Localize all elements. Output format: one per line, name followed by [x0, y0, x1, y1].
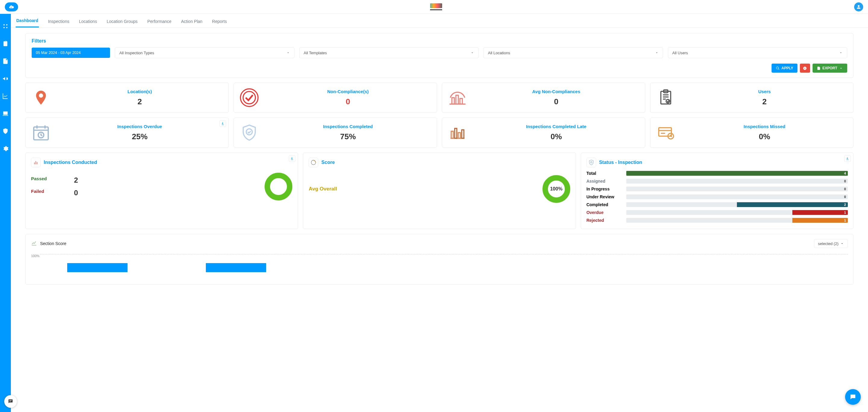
- tab-reports[interactable]: Reports: [212, 15, 227, 27]
- metric-label: Inspections Missed: [681, 124, 848, 129]
- status-row: Rejected1: [587, 218, 848, 223]
- panel-status: Status - Inspection Total4Assigned0In Pr…: [581, 153, 854, 229]
- metric-row-1: Location(s) 2 Non-Compliance(s) 0: [25, 83, 854, 113]
- clipboard-check-icon: [655, 87, 676, 108]
- status-name: Completed: [587, 202, 623, 207]
- chat-launcher[interactable]: [4, 395, 17, 408]
- avg-overall-label: Avg Overall: [309, 186, 337, 192]
- messenger-launcher[interactable]: [845, 389, 861, 405]
- download-button[interactable]: [219, 120, 226, 127]
- tab-locations[interactable]: Locations: [79, 15, 98, 27]
- status-row: Completed2: [587, 202, 848, 207]
- filters-title: Filters: [32, 38, 847, 44]
- status-name: Overdue: [587, 210, 623, 215]
- metric-noncompliance: Non-Compliance(s) 0: [234, 83, 437, 113]
- passed-label: Passed: [31, 176, 47, 185]
- svg-rect-16: [455, 128, 457, 138]
- status-track: 4: [626, 171, 848, 176]
- tab-dashboard[interactable]: Dashboard: [16, 14, 39, 27]
- panel-inspections: Inspections Conducted Passed 2 Failed 0: [25, 153, 298, 229]
- status-list: Total4Assigned0In Progress0Under Review0…: [587, 171, 848, 223]
- search-icon: [776, 66, 780, 70]
- tab-performance[interactable]: Performance: [147, 15, 172, 27]
- close-circle-icon: [803, 66, 807, 70]
- download-icon: [221, 122, 224, 125]
- status-name: Rejected: [587, 218, 623, 223]
- select-users[interactable]: All Users: [668, 47, 847, 58]
- megaphone-icon[interactable]: [2, 75, 9, 82]
- center-logo: [430, 3, 442, 10]
- topbar: [0, 0, 868, 14]
- metric-label: Non-Compliance(s): [264, 89, 432, 94]
- chevron-down-icon: [470, 51, 474, 55]
- shield-outline-icon: [587, 158, 596, 167]
- svg-point-1: [6, 24, 7, 25]
- chevron-down-icon: [286, 51, 290, 55]
- user-avatar[interactable]: [854, 2, 863, 11]
- metric-users: Users 2: [650, 83, 854, 113]
- inspections-donut: [265, 173, 292, 200]
- status-fill: 4: [626, 171, 848, 176]
- select-label: All Inspection Types: [119, 51, 154, 55]
- shield-icon[interactable]: [2, 128, 9, 134]
- metric-late: Inspections Completed Late 0%: [442, 118, 645, 148]
- chart-icon[interactable]: [2, 93, 9, 99]
- svg-rect-22: [36, 161, 36, 164]
- metric-label: Inspections Completed Late: [472, 124, 640, 129]
- svg-rect-23: [37, 162, 37, 164]
- svg-rect-18: [462, 130, 464, 138]
- download-button[interactable]: [844, 155, 851, 162]
- scroll-area[interactable]: Filters 05 Mar 2024 - 03 Apr 2024 All In…: [11, 28, 868, 412]
- bar-bell-icon: [447, 87, 468, 108]
- bar-chart-icon: [447, 122, 468, 143]
- panel-title: Status - Inspection: [599, 160, 642, 165]
- export-button[interactable]: EXPORT: [812, 64, 847, 73]
- status-value: 0: [844, 179, 846, 184]
- download-icon: [846, 157, 849, 160]
- svg-point-0: [3, 24, 4, 25]
- clear-button[interactable]: [800, 64, 810, 73]
- status-track: 0: [626, 179, 848, 184]
- status-track: 1: [626, 218, 848, 223]
- inbox-icon[interactable]: [2, 110, 9, 117]
- select-locations[interactable]: All Locations: [484, 47, 663, 58]
- status-row: Total4: [587, 171, 848, 176]
- tab-action-plan[interactable]: Action Plan: [181, 15, 203, 27]
- select-templates[interactable]: All Templates: [299, 47, 479, 58]
- select-label: All Templates: [304, 51, 327, 55]
- panel-title: Section Score: [40, 241, 66, 246]
- svg-point-5: [243, 92, 255, 104]
- metric-value: 0: [472, 97, 640, 106]
- select-inspection-types[interactable]: All Inspection Types: [115, 47, 294, 58]
- status-name: Under Review: [587, 194, 623, 199]
- file-export-icon: [817, 66, 821, 70]
- download-button[interactable]: [289, 155, 296, 162]
- failed-value: 0: [74, 189, 78, 197]
- filters-card: Filters 05 Mar 2024 - 03 Apr 2024 All In…: [25, 33, 854, 78]
- metric-missed: Inspections Missed 0%: [650, 118, 854, 148]
- apps-icon[interactable]: [2, 23, 9, 30]
- metric-value: 2: [681, 97, 848, 106]
- score-donut: 100%: [542, 175, 570, 203]
- svg-rect-15: [451, 131, 453, 138]
- metric-label: Avg Non-Compliances: [472, 89, 640, 94]
- clipboard-icon[interactable]: [2, 40, 9, 47]
- brand-logo[interactable]: [5, 2, 18, 11]
- panel-row: Inspections Conducted Passed 2 Failed 0: [25, 153, 854, 229]
- status-name: In Progress: [587, 187, 623, 191]
- document-icon[interactable]: [2, 58, 9, 64]
- selected-dropdown[interactable]: selected (2): [814, 239, 848, 248]
- tab-location-groups[interactable]: Location Groups: [106, 15, 138, 27]
- failed-label: Failed: [31, 189, 47, 197]
- pin-icon: [30, 87, 52, 108]
- svg-rect-19: [659, 128, 672, 136]
- apply-button[interactable]: APPLY: [772, 64, 798, 73]
- svg-point-25: [590, 162, 592, 163]
- tab-inspections[interactable]: Inspections: [47, 15, 70, 27]
- gear-icon[interactable]: [2, 145, 9, 152]
- metric-label: Location(s): [56, 89, 224, 94]
- passed-value: 2: [74, 176, 78, 185]
- metric-locations: Location(s) 2: [25, 83, 229, 113]
- svg-rect-21: [34, 162, 35, 164]
- date-range-chip[interactable]: 05 Mar 2024 - 03 Apr 2024: [32, 47, 110, 58]
